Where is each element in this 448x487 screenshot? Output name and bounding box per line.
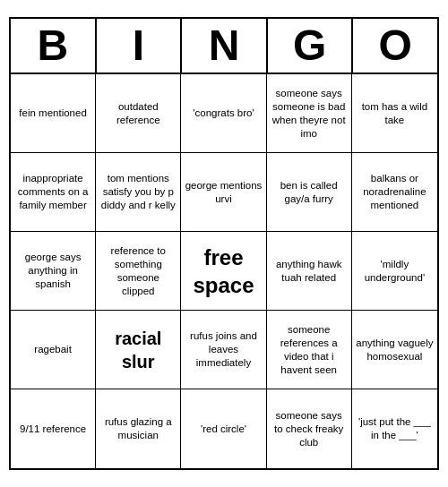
bingo-cell-4: tom has a wild take [352,74,437,153]
bingo-cell-7: george mentions urvi [181,153,266,232]
bingo-cell-2: 'congrats bro' [181,74,266,153]
bingo-cell-10: george says anything in spanish [11,232,96,311]
bingo-grid: fein mentionedoutdated reference'congrat… [11,74,437,468]
bingo-cell-12: free space [181,232,266,311]
bingo-letter-n: N [182,19,268,73]
bingo-cell-11: reference to something someone clipped [96,232,181,311]
bingo-cell-1: outdated reference [96,74,181,153]
bingo-letter-b: B [11,19,97,73]
bingo-cell-6: tom mentions satisfy you by p diddy and … [96,153,181,232]
bingo-card: BINGO fein mentionedoutdated reference'c… [9,17,439,471]
bingo-cell-14: 'mildly underground' [352,232,437,311]
bingo-cell-3: someone says someone is bad when theyre … [267,74,352,153]
bingo-cell-8: ben is called gay/a furry [267,153,352,232]
bingo-cell-20: 9/11 reference [11,389,96,468]
bingo-cell-0: fein mentioned [11,74,96,153]
bingo-cell-24: 'just put the ___ in the ___' [352,389,437,468]
bingo-cell-16: racial slur [96,311,181,389]
bingo-header: BINGO [11,19,437,75]
bingo-cell-15: ragebait [11,311,96,389]
bingo-letter-o: O [353,19,437,73]
bingo-letter-i: I [97,19,183,73]
bingo-cell-18: someone references a video that i havent… [267,311,352,389]
bingo-cell-22: 'red circle' [181,389,266,468]
bingo-cell-19: anything vaguely homosexual [352,311,437,389]
bingo-cell-5: inappropriate comments on a family membe… [11,153,96,232]
bingo-cell-17: rufus joins and leaves immediately [181,311,266,389]
bingo-cell-23: someone says to check freaky club [267,389,352,468]
bingo-cell-9: balkans or noradrenaline mentioned [352,153,437,232]
bingo-cell-21: rufus glazing a musician [96,389,181,468]
bingo-cell-13: anything hawk tuah related [267,232,352,311]
bingo-letter-g: G [268,19,354,73]
